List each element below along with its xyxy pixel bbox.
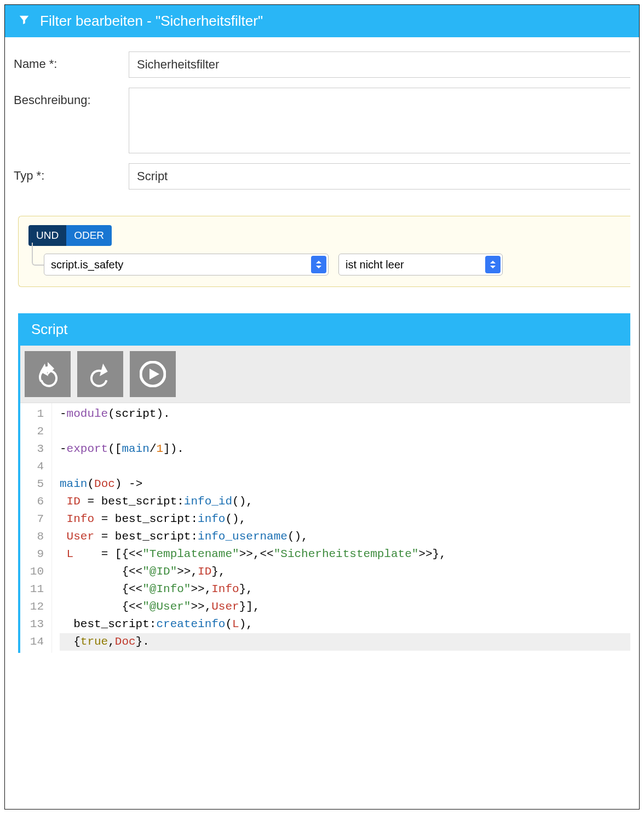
dialog-header: Filter bearbeiten - "Sicherheitsfilter" bbox=[5, 5, 639, 37]
line-gutter: 1234567891011121314 bbox=[20, 403, 52, 653]
play-icon bbox=[140, 361, 166, 387]
name-input[interactable] bbox=[129, 51, 630, 78]
code-content[interactable]: -module(script).-export([main/1]).main(D… bbox=[52, 403, 630, 653]
type-select[interactable] bbox=[129, 163, 630, 190]
type-label: Typ *: bbox=[14, 163, 129, 183]
chevron-updown-icon bbox=[485, 256, 501, 273]
run-button[interactable] bbox=[130, 351, 176, 397]
description-label: Beschreibung: bbox=[14, 88, 129, 107]
undo-button[interactable] bbox=[25, 351, 71, 397]
redo-icon bbox=[87, 361, 113, 387]
undo-icon bbox=[34, 361, 61, 387]
rule-connector bbox=[32, 243, 44, 266]
or-button[interactable]: ODER bbox=[66, 225, 112, 246]
rule-operator-value: ist nicht leer bbox=[346, 259, 404, 271]
script-panel-title: Script bbox=[20, 313, 630, 346]
rule-operator-select[interactable]: ist nicht leer bbox=[338, 254, 503, 276]
redo-button[interactable] bbox=[77, 351, 123, 397]
rule-row: script.is_safety ist nicht leer bbox=[44, 254, 620, 276]
script-panel: Script 1234567891011121314 -module(scrip… bbox=[18, 313, 630, 653]
code-editor[interactable]: 1234567891011121314 -module(script).-exp… bbox=[20, 403, 630, 653]
name-label: Name *: bbox=[14, 51, 129, 71]
rule-field-select[interactable]: script.is_safety bbox=[44, 254, 329, 276]
filter-icon bbox=[18, 13, 30, 30]
query-builder: UND ODER script.is_safety ist nicht leer bbox=[18, 216, 630, 287]
script-toolbar bbox=[20, 346, 630, 403]
rule-field-value: script.is_safety bbox=[51, 259, 123, 271]
dialog-title: Filter bearbeiten - "Sicherheitsfilter" bbox=[40, 13, 263, 30]
chevron-updown-icon bbox=[311, 256, 326, 273]
description-input[interactable] bbox=[129, 88, 630, 153]
